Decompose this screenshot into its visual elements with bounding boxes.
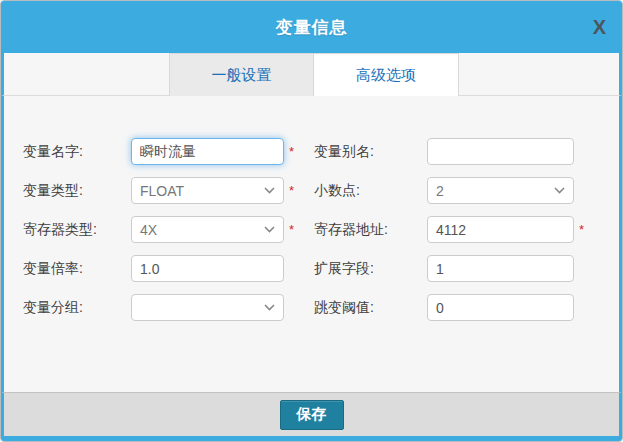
var-name-label: 变量名字: [23,143,131,161]
reg-type-value: 4X [140,222,157,238]
form-row: 变量分组: 跳变阈值: [23,294,619,321]
chevron-down-icon [264,304,275,311]
form-row: 变量类型: FLOAT * 小数点: 2 [23,177,619,204]
reg-type-select[interactable]: 4X [131,216,284,243]
chevron-down-icon [554,187,565,194]
var-ratio-label: 变量倍率: [23,260,131,278]
required-mark: * [289,222,297,237]
general-settings-panel: 变量名字: * 变量别名: 变量类型: FLOAT * [1,96,622,392]
reg-addr-label: 寄存器地址: [314,221,427,239]
decimal-point-value: 2 [436,183,444,199]
ext-field-label: 扩展字段: [314,260,427,278]
dialog-bottom-edge [1,436,622,442]
var-group-label: 变量分组: [23,299,131,317]
dialog-titlebar: 变量信息 X [1,1,622,53]
form-row: 变量倍率: 扩展字段: [23,255,619,282]
var-alias-input[interactable] [427,138,574,165]
tab-general-settings-label: 一般设置 [212,66,272,85]
decimal-point-select[interactable]: 2 [427,177,574,204]
dialog-footer: 保存 [1,392,622,436]
var-alias-label: 变量别名: [314,143,427,161]
jump-threshold-input[interactable] [427,294,574,321]
required-mark: * [289,183,297,198]
decimal-point-label: 小数点: [314,182,427,200]
reg-type-label: 寄存器类型: [23,221,131,239]
required-mark: * [579,222,587,237]
required-mark: * [289,144,297,159]
tab-advanced-options-label: 高级选项 [356,66,416,85]
tab-advanced-options[interactable]: 高级选项 [314,53,459,96]
tab-general-settings[interactable]: 一般设置 [169,53,314,96]
chevron-down-icon [264,187,275,194]
tab-bar: 一般设置 高级选项 [1,53,622,96]
jump-threshold-label: 跳变阈值: [314,299,427,317]
form-row: 变量名字: * 变量别名: [23,138,619,165]
form-row: 寄存器类型: 4X * 寄存器地址: * [23,216,619,243]
var-name-input[interactable] [131,138,284,165]
var-ratio-input[interactable] [131,255,284,282]
var-type-value: FLOAT [140,183,184,199]
close-icon[interactable]: X [593,17,606,37]
chevron-down-icon [264,226,275,233]
variable-info-dialog: 变量信息 X 一般设置 高级选项 变量名字: * 变量别名: 变量类型: [0,0,623,442]
var-group-select[interactable] [131,294,284,321]
var-type-select[interactable]: FLOAT [131,177,284,204]
reg-addr-input[interactable] [427,216,574,243]
ext-field-input[interactable] [427,255,574,282]
var-type-label: 变量类型: [23,182,131,200]
dialog-title: 变量信息 [276,16,348,39]
save-button[interactable]: 保存 [280,400,344,430]
